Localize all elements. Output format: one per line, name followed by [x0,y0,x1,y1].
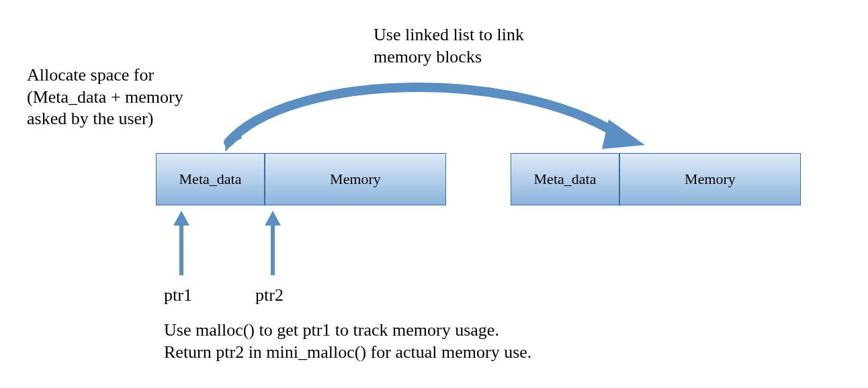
label-ptr1: ptr1 [164,285,192,307]
diagram-canvas: { "annotations": { "top_right_line1": "U… [0,0,868,388]
ptr1-arrow-icon [173,211,189,275]
annotation-linked-list: Use linked list to link memory blocks [374,24,524,68]
annotation-usage: Use malloc() to get ptr1 to track memory… [164,320,531,363]
label-ptr2: ptr2 [255,285,284,307]
linked-list-arrow-icon [225,87,645,152]
block-left-memory: Memory [265,153,446,205]
ptr2-arrow-icon [265,211,281,275]
annotation-allocate-space: Allocate space for (Meta_data + memory a… [27,64,183,130]
block-right-memory: Memory [619,153,801,205]
block-right-meta-data: Meta_data [511,153,619,205]
block-left-meta-data: Meta_data [156,153,265,205]
